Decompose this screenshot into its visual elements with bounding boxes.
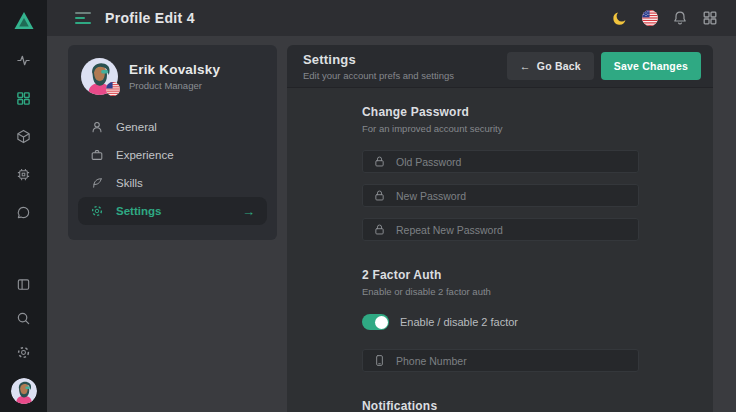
phone-number-field[interactable] (362, 349, 639, 372)
us-flag-icon[interactable] (641, 10, 658, 27)
smartphone-icon (373, 354, 386, 367)
avatar-illustration (11, 378, 37, 404)
gear-icon[interactable] (16, 344, 32, 360)
save-changes-button[interactable]: Save Changes (601, 52, 701, 80)
lock-icon (373, 189, 386, 202)
settings-panel: Settings Edit your account prefs and set… (287, 45, 713, 412)
repeat-password-input[interactable] (396, 224, 628, 236)
toggle-knob (375, 316, 388, 329)
search-icon[interactable] (16, 310, 32, 326)
us-flag-badge (106, 82, 120, 96)
feather-icon (90, 176, 105, 191)
settings-heading: Settings Edit your account prefs and set… (303, 52, 454, 81)
profile-name: Erik Kovalsky (129, 62, 220, 77)
user-icon (90, 120, 105, 135)
old-password-input[interactable] (396, 156, 628, 168)
profile-card: Erik Kovalsky Product Manager General (68, 45, 277, 240)
topbar: Profile Edit 4 (47, 0, 736, 36)
menu-item-general[interactable]: General (78, 113, 267, 141)
layout-icon[interactable] (16, 276, 32, 292)
settings-actions: ← Go Back Save Changes (507, 52, 701, 80)
app-logo[interactable] (11, 8, 37, 34)
app-window: Profile Edit 4 (0, 0, 736, 412)
bell-icon[interactable] (671, 10, 688, 27)
gear-icon (90, 204, 105, 219)
menu-item-label: Skills (116, 177, 143, 189)
menu-item-label: General (116, 121, 157, 133)
profile-role: Product Manager (129, 80, 220, 91)
menu-item-settings[interactable]: Settings → (78, 197, 267, 225)
profile-menu: General Experience (78, 113, 267, 225)
settings-panel-body: Change Password For an improved account … (287, 88, 713, 412)
sidebar-bottom (11, 276, 37, 404)
package-icon[interactable] (16, 128, 32, 144)
old-password-field[interactable] (362, 150, 639, 173)
repeat-password-field[interactable] (362, 218, 639, 241)
two-factor-toggle-label: Enable / disable 2 factor (400, 316, 518, 328)
menu-icon[interactable] (75, 12, 91, 24)
go-back-label: Go Back (537, 60, 581, 72)
two-factor-title: 2 Factor Auth (362, 268, 639, 282)
change-password-title: Change Password (362, 105, 639, 119)
logo-triangle-icon (12, 9, 36, 33)
profile-avatar (81, 58, 118, 95)
change-password-subtitle: For an improved account security (362, 123, 639, 134)
apps-grid-icon[interactable] (701, 10, 718, 27)
lock-icon (373, 223, 386, 236)
phone-number-input[interactable] (396, 355, 628, 367)
chip-icon[interactable] (16, 166, 32, 182)
content-area: Erik Kovalsky Product Manager General (47, 36, 736, 412)
activity-icon[interactable] (16, 52, 32, 68)
profile-summary: Erik Kovalsky Product Manager (78, 58, 267, 95)
password-fields (362, 150, 639, 241)
two-factor-subtitle: Enable or disable 2 factor auth (362, 286, 639, 297)
menu-item-label: Settings (116, 205, 161, 217)
arrow-right-icon: → (242, 204, 255, 219)
new-password-field[interactable] (362, 184, 639, 207)
two-factor-toggle-row: Enable / disable 2 factor (362, 314, 639, 330)
moon-icon[interactable] (611, 10, 628, 27)
arrow-left-icon: ← (520, 60, 531, 72)
go-back-button[interactable]: ← Go Back (507, 52, 594, 80)
notifications-title: Notifications (362, 399, 639, 412)
page-title: Profile Edit 4 (105, 10, 195, 26)
user-avatar[interactable] (11, 378, 37, 404)
two-factor-toggle[interactable] (362, 314, 389, 330)
settings-subtitle: Edit your account prefs and settings (303, 70, 454, 81)
dashboard-grid-icon[interactable] (16, 90, 32, 106)
settings-title: Settings (303, 52, 454, 67)
profile-identity: Erik Kovalsky Product Manager (129, 62, 220, 91)
sidebar (0, 0, 47, 412)
settings-panel-header: Settings Edit your account prefs and set… (287, 45, 713, 88)
lock-icon (373, 155, 386, 168)
topbar-actions (611, 10, 718, 27)
sidebar-nav (16, 52, 32, 220)
new-password-input[interactable] (396, 190, 628, 202)
briefcase-icon (90, 148, 105, 163)
menu-item-experience[interactable]: Experience (78, 141, 267, 169)
chat-icon[interactable] (16, 204, 32, 220)
menu-item-label: Experience (116, 149, 174, 161)
menu-item-skills[interactable]: Skills (78, 169, 267, 197)
